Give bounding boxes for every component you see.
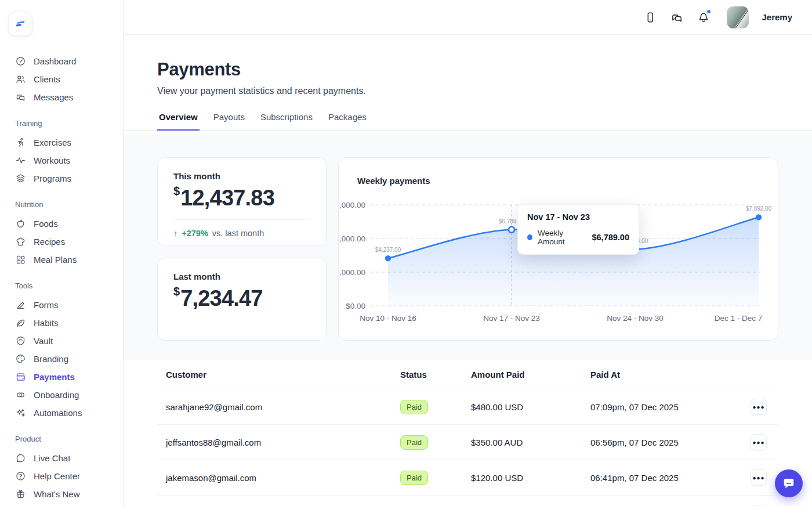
whats-new-icon [15,489,26,500]
sidebar-item-live-chat[interactable]: Live Chat [8,449,115,467]
bell-icon[interactable] [697,10,710,24]
sidebar-item-label: Messages [34,92,73,102]
sidebar-section-label-nutrition: Nutrition [15,200,115,209]
sidebar-item-label: Meal Plans [34,255,77,265]
avatar[interactable] [727,6,749,28]
row-menu-button[interactable]: ●●● [751,434,767,450]
currency-symbol: $ [173,185,180,197]
sidebar-item-programs[interactable]: Programs [8,169,115,187]
clients-icon [15,74,26,85]
tab-overview[interactable]: Overview [157,112,200,131]
payments-table: CustomerStatusAmount PaidPaid Atsarahjan… [157,360,778,506]
svg-text:$9,000.00: $9,000.00 [339,201,365,209]
page-title: Payments [157,59,812,80]
sidebar-item-label: Vault [34,336,53,346]
svg-text:$4,237.00: $4,237.00 [375,247,401,253]
branding-icon [15,353,26,364]
tabs: OverviewPayoutsSubscriptionsPackages [124,112,812,131]
status-badge: Paid [400,435,428,450]
tooltip-value: $6,789.00 [592,233,629,242]
amount-paid: $350.00 AUD [471,438,590,447]
row-menu-button[interactable]: ●●● [751,399,767,415]
sidebar-item-vault[interactable]: Vault [8,332,115,350]
sidebar-item-foods[interactable]: Foods [8,215,115,233]
main-content: Payments View your payment statistics an… [124,35,812,506]
stat-value: $12,437.83 [173,185,310,211]
page-subtitle: View your payment statistics and recent … [157,86,812,96]
sidebar-item-workouts[interactable]: Workouts [8,151,115,169]
sidebar-item-recipes[interactable]: Recipes [8,233,115,251]
payments-table-section: CustomerStatusAmount PaidPaid Atsarahjan… [124,360,812,506]
table-header-row: CustomerStatusAmount PaidPaid At [157,360,778,389]
sidebar-item-label: Onboarding [34,390,79,400]
status-badge: Paid [400,471,428,485]
tab-subscriptions[interactable]: Subscriptions [259,112,314,131]
foods-icon [15,218,26,229]
tooltip-series-label: Weekly Amount [538,229,586,246]
stat-card-this-month: This month $12,437.83 ↑ +279% vs. last m… [157,157,327,246]
user-name[interactable]: Jeremy [762,12,792,22]
delta-value: +279% [182,229,208,238]
tooltip-row: Weekly Amount $6,789.00 [527,229,629,246]
sidebar-section-label-product: Product [15,435,115,443]
tab-packages[interactable]: Packages [327,112,368,131]
svg-text:$7,892.00: $7,892.00 [746,205,772,212]
stat-card-last-month: Last month $7,234.47 [157,258,327,341]
onboarding-icon [15,389,26,400]
page-header: Payments View your payment statistics an… [124,35,812,131]
phone-icon[interactable] [643,10,657,24]
sidebar-item-onboarding[interactable]: Onboarding [8,386,115,404]
live-chat-launcher[interactable] [775,469,803,497]
topbar: Jeremy [124,0,812,35]
sidebar-item-label: Help Center [34,471,80,481]
sidebar-item-dashboard[interactable]: Dashboard [8,52,115,70]
sidebar-item-what-s-new[interactable]: What's New [8,485,115,503]
svg-text:Nov 10 - Nov 16: Nov 10 - Nov 16 [360,314,416,323]
sidebar-item-forms[interactable]: Forms [8,296,115,314]
chart-title: Weekly payments [357,176,430,186]
sidebar-item-habits[interactable]: Habits [8,314,115,332]
sidebar-item-automations[interactable]: Automations [8,404,115,422]
chat-icon[interactable] [670,10,684,24]
paid-at: 06:56pm, 07 Dec 2025 [590,438,751,447]
sidebar-item-help-center[interactable]: Help Center [8,467,115,485]
svg-text:Nov 17 - Nov 23: Nov 17 - Nov 23 [483,314,540,323]
stat-delta: ↑ +279% vs. last month [173,220,310,238]
svg-text:$6,000.00: $6,000.00 [339,234,365,243]
sidebar-item-clients[interactable]: Clients [8,70,115,88]
tab-payouts[interactable]: Payouts [212,112,246,131]
sidebar-item-exercises[interactable]: Exercises [8,133,115,151]
sidebar-item-branding[interactable]: Branding [8,350,115,368]
sidebar-section-label-training: Training [15,119,115,128]
app-logo[interactable] [8,12,32,36]
svg-text:Nov 24 - Nov 30: Nov 24 - Nov 30 [607,314,664,323]
chat-bubble-icon [781,476,796,491]
customer-email: jeffsantos88@gmail.com [166,438,400,447]
sidebar-item-payments[interactable]: Payments [8,368,115,386]
app-window: DashboardClientsMessagesTrainingExercise… [0,0,812,506]
svg-text:$0.00: $0.00 [346,302,365,310]
programs-icon [15,173,26,184]
weekly-payments-chart-card: $0.00$3,000.00$6,000.00$9,000.00Nov 10 -… [338,157,778,341]
exercises-icon [15,137,26,148]
column-header-status: Status [400,370,471,380]
sidebar-item-label: Habits [34,318,59,328]
payments-icon [15,371,26,382]
help-center-icon [15,471,26,482]
stat-label: This month [173,171,310,181]
stat-amount: 7,234.47 [180,286,263,310]
chart-tooltip: Nov 17 - Nov 23 Weekly Amount $6,789.00 [517,204,639,255]
sidebar-item-messages[interactable]: Messages [8,88,115,106]
tooltip-title: Nov 17 - Nov 23 [527,212,629,222]
sidebar-item-meal-plans[interactable]: Meal Plans [8,251,115,269]
sidebar-item-label: Recipes [34,237,65,247]
row-menu-button[interactable]: ●●● [751,469,767,486]
svg-text:$3,000.00: $3,000.00 [339,268,365,277]
automations-icon [15,407,26,418]
table-row: Paid●●● [157,495,778,506]
workouts-icon [15,155,26,166]
meal-plans-icon [15,254,26,265]
notification-dot [706,9,711,14]
table-row: jeffsantos88@gmail.comPaid$350.00 AUD06:… [157,424,778,460]
sidebar: DashboardClientsMessagesTrainingExercise… [0,0,124,506]
